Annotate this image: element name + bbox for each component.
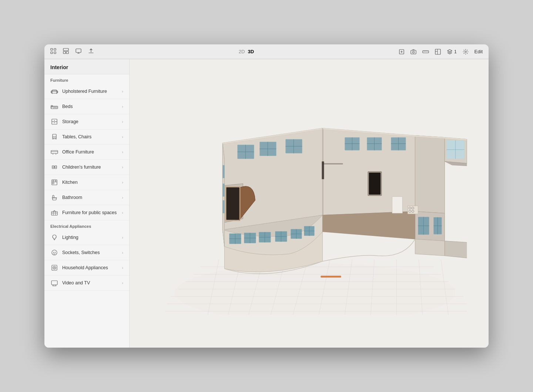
sidebar-item-bathroom[interactable]: Bathroom › xyxy=(44,190,129,205)
svg-rect-2 xyxy=(51,52,53,54)
svg-rect-162 xyxy=(369,173,381,195)
sidebar-item-upholstered-furniture[interactable]: Upholstered Furniture › xyxy=(44,84,129,99)
svg-rect-5 xyxy=(63,51,66,54)
svg-rect-15 xyxy=(423,51,429,53)
arrow-icon: › xyxy=(122,165,123,169)
public-spaces-label: Furniture for public spaces xyxy=(62,210,118,215)
sidebar-item-lighting[interactable]: Lighting › xyxy=(44,230,129,245)
svg-rect-7 xyxy=(76,49,81,53)
svg-rect-172 xyxy=(322,162,324,179)
sidebar-title: Interior xyxy=(44,59,129,74)
svg-rect-6 xyxy=(66,51,68,54)
svg-rect-58 xyxy=(53,183,54,184)
layout-icon[interactable] xyxy=(63,48,69,55)
arrow-icon: › xyxy=(122,281,123,285)
svg-marker-161 xyxy=(322,212,415,239)
svg-marker-174 xyxy=(415,239,445,256)
arrow-icon: › xyxy=(122,135,123,139)
sidebar: Interior Furniture Upholstered Furniture… xyxy=(44,59,130,348)
svg-rect-20 xyxy=(435,49,440,54)
svg-rect-71 xyxy=(51,281,57,285)
video-tv-label: Video and TV xyxy=(62,280,118,285)
sidebar-item-childrens-furniture[interactable]: Children's furniture › xyxy=(44,160,129,175)
tv-icon xyxy=(50,279,58,287)
svg-rect-173 xyxy=(321,276,341,278)
app-window: 2D 3D xyxy=(44,44,489,348)
svg-point-70 xyxy=(54,267,55,268)
svg-rect-169 xyxy=(392,197,402,213)
sidebar-item-tables-chairs[interactable]: Tables, Chairs › xyxy=(44,129,129,145)
svg-rect-0 xyxy=(51,48,53,50)
camera-icon[interactable] xyxy=(410,49,416,55)
view-2d-button[interactable]: 2D xyxy=(239,49,245,54)
view-3d-button[interactable]: 3D xyxy=(248,49,254,54)
chair-icon xyxy=(50,133,58,141)
bathroom-label: Bathroom xyxy=(62,195,118,200)
sidebar-item-kitchen[interactable]: Kitchen › xyxy=(44,175,129,190)
measure-icon[interactable] xyxy=(422,49,429,55)
viewport[interactable] xyxy=(130,59,489,348)
sidebar-item-beds[interactable]: Beds › xyxy=(44,99,129,114)
toolbar: 2D 3D xyxy=(44,44,489,59)
sidebar-item-storage[interactable]: Storage › xyxy=(44,114,129,129)
upload-icon[interactable] xyxy=(88,48,94,55)
svg-rect-4 xyxy=(63,48,68,51)
arrow-icon: › xyxy=(122,180,123,185)
socket-icon xyxy=(50,249,58,257)
sidebar-item-video-tv[interactable]: Video and TV › xyxy=(44,276,129,291)
arrow-icon: › xyxy=(122,235,123,240)
arrow-icon: › xyxy=(122,104,123,109)
svg-point-38 xyxy=(54,122,55,123)
storage-icon xyxy=(50,118,58,126)
svg-rect-141 xyxy=(222,184,224,197)
svg-rect-3 xyxy=(54,52,56,54)
toolbar-center: 2D 3D xyxy=(101,49,391,54)
expand-icon[interactable] xyxy=(399,49,405,55)
kitchen-label: Kitchen xyxy=(62,180,118,185)
public-icon xyxy=(50,209,58,217)
household-appliances-label: Household Appliances xyxy=(62,265,118,270)
bed-icon xyxy=(50,102,58,111)
arrow-icon: › xyxy=(122,119,123,124)
svg-point-23 xyxy=(465,51,466,53)
svg-rect-1 xyxy=(54,48,56,50)
kids-icon xyxy=(50,163,58,171)
svg-marker-175 xyxy=(445,241,467,259)
monitor-icon[interactable] xyxy=(76,48,81,55)
bathroom-icon xyxy=(50,193,58,202)
toolbar-left xyxy=(50,48,94,55)
svg-rect-39 xyxy=(53,134,56,136)
sidebar-item-office-furniture[interactable]: Office Furniture › xyxy=(44,145,129,160)
section-furniture: Furniture xyxy=(44,74,129,84)
edit-button[interactable]: Edit xyxy=(475,49,483,54)
grid-icon[interactable] xyxy=(50,48,56,55)
svg-rect-137 xyxy=(226,187,239,220)
beds-label: Beds xyxy=(62,104,118,109)
arrow-icon: › xyxy=(122,250,123,255)
svg-rect-34 xyxy=(55,107,57,108)
main-content: Interior Furniture Upholstered Furniture… xyxy=(44,59,489,348)
sidebar-item-household-appliances[interactable]: Household Appliances › xyxy=(44,260,129,276)
arrow-icon: › xyxy=(122,210,123,215)
childrens-furniture-label: Children's furniture xyxy=(62,165,118,170)
office-furniture-label: Office Furniture xyxy=(62,149,118,155)
house-3d-view xyxy=(163,101,467,315)
upholstered-furniture-label: Upholstered Furniture xyxy=(62,89,118,94)
settings-icon[interactable] xyxy=(463,49,469,55)
svg-point-37 xyxy=(54,120,55,121)
svg-point-14 xyxy=(412,51,414,53)
layers-count: 1 xyxy=(454,49,457,54)
svg-rect-59 xyxy=(51,212,57,215)
kitchen-icon xyxy=(50,178,58,186)
layers-icon[interactable]: 1 xyxy=(447,49,457,55)
arrow-icon: › xyxy=(122,89,123,94)
sidebar-item-sockets[interactable]: Sockets, Switches › xyxy=(44,245,129,260)
sockets-label: Sockets, Switches xyxy=(62,250,118,255)
appliance-icon xyxy=(50,264,58,272)
toolbar-right: 1 Edit xyxy=(399,49,483,55)
office-icon xyxy=(50,148,58,156)
svg-marker-97 xyxy=(415,136,445,213)
svg-rect-33 xyxy=(53,107,55,108)
sidebar-item-public-spaces[interactable]: Furniture for public spaces › xyxy=(44,205,129,220)
floor-plan-icon[interactable] xyxy=(435,49,441,55)
